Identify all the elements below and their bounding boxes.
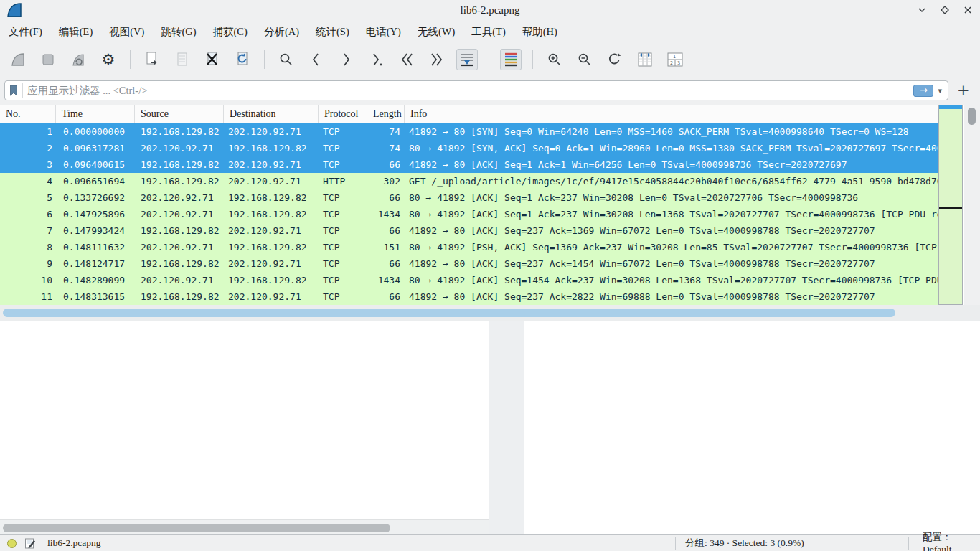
status-profile[interactable]: 配置：Default (923, 531, 980, 551)
cell-dst: 202.120.92.71 (224, 222, 319, 239)
start-capture-button[interactable] (7, 49, 29, 70)
cell-time: 0.148124717 (56, 255, 135, 272)
capture-comment-icon[interactable] (24, 537, 36, 550)
packet-row-11[interactable]: 110.148313615192.168.129.82202.120.92.71… (0, 288, 938, 305)
cell-time: 0.096651694 (56, 173, 135, 189)
menu-item-10[interactable]: 帮助(H) (521, 23, 559, 41)
column-header-source[interactable]: Source (135, 105, 224, 123)
main-toolbar: ⚙ (0, 43, 980, 76)
reload-file-button[interactable] (232, 49, 253, 70)
packet-bytes-pane[interactable] (524, 321, 980, 535)
cell-proto: TCP (319, 255, 367, 272)
vertical-scrollbar-thumb[interactable] (968, 108, 976, 125)
capture-options-button[interactable]: ⚙ (98, 49, 119, 70)
menu-item-5[interactable]: 分析(A) (263, 23, 301, 41)
cell-len: 302 (367, 173, 405, 189)
packet-row-7[interactable]: 70.147993424192.168.129.82202.120.92.71T… (0, 222, 938, 239)
column-header-destination[interactable]: Destination (224, 105, 319, 123)
zoom-out-button[interactable] (574, 49, 595, 70)
expert-info-icon[interactable] (7, 539, 17, 548)
open-file-button[interactable] (141, 49, 163, 70)
go-forward-button[interactable] (336, 49, 357, 70)
packet-row-3[interactable]: 30.096400615192.168.129.82202.120.92.71T… (0, 156, 938, 173)
colorize-toggle[interactable] (500, 49, 522, 70)
zoom-reset-button[interactable] (604, 49, 626, 70)
cell-len: 66 (367, 156, 405, 173)
minimize-button[interactable] (915, 4, 928, 17)
restart-capture-button[interactable] (67, 49, 89, 70)
chevron-left-icon (308, 51, 325, 68)
cell-proto: TCP (319, 123, 367, 140)
packet-list-horizontal-scrollbar[interactable] (0, 305, 980, 321)
cell-len: 1434 (367, 272, 405, 288)
cell-info: 41892 → 80 [ACK] Seq=237 Ack=2822 Win=69… (405, 288, 938, 305)
save-file-button[interactable] (171, 49, 193, 70)
display-filter-field[interactable]: → ▾ (4, 80, 948, 100)
packet-row-4[interactable]: 40.096651694192.168.129.82202.120.92.71H… (0, 173, 938, 189)
close-button[interactable] (961, 4, 974, 17)
last-packet-button[interactable] (426, 49, 448, 70)
go-to-packet-button[interactable] (366, 49, 387, 70)
apply-filter-button[interactable]: → (913, 85, 933, 97)
intelligent-scrollbar-minimap[interactable] (938, 105, 963, 305)
first-packet-button[interactable] (396, 49, 418, 70)
menu-item-9[interactable]: 工具(T) (470, 23, 507, 41)
cell-len: 74 (367, 123, 405, 140)
column-header-protocol[interactable]: Protocol (319, 105, 367, 123)
packet-list-header: No.TimeSourceDestinationProtocolLengthIn… (0, 105, 938, 123)
maximize-button[interactable] (938, 4, 951, 17)
column-header-length[interactable]: Length (367, 105, 405, 123)
cell-dst: 192.168.129.82 (224, 239, 319, 255)
zoom-in-button[interactable] (544, 49, 565, 70)
close-file-button[interactable] (202, 49, 223, 70)
packet-row-6[interactable]: 60.147925896202.120.92.71192.168.129.82T… (0, 206, 938, 222)
cell-no: 1 (0, 123, 56, 140)
cell-src: 192.168.129.82 (135, 255, 224, 272)
add-filter-button[interactable]: + (957, 83, 970, 98)
column-header-time[interactable]: Time (56, 105, 135, 123)
menu-item-2[interactable]: 视图(V) (108, 23, 146, 41)
menu-item-6[interactable]: 统计(S) (314, 23, 351, 41)
go-back-button[interactable] (306, 49, 327, 70)
cell-no: 4 (0, 173, 56, 189)
cell-len: 66 (367, 189, 405, 206)
packet-row-2[interactable]: 20.096317281202.120.92.71192.168.129.82T… (0, 140, 938, 156)
details-scrollbar-thumb[interactable] (3, 524, 390, 532)
horizontal-scrollbar-thumb[interactable] (3, 309, 895, 317)
cell-src: 192.168.129.82 (135, 123, 224, 140)
stop-capture-button[interactable] (37, 49, 59, 70)
menu-item-4[interactable]: 捕获(C) (212, 23, 249, 41)
packet-row-10[interactable]: 100.148289099202.120.92.71192.168.129.82… (0, 272, 938, 288)
cell-src: 192.168.129.82 (135, 222, 224, 239)
packet-list-pane: No.TimeSourceDestinationProtocolLengthIn… (0, 105, 980, 321)
packet-row-1[interactable]: 10.000000000192.168.129.82202.120.92.71T… (0, 123, 938, 140)
cell-info: 80 → 41892 [ACK] Seq=1 Ack=237 Win=30208… (405, 206, 938, 222)
auto-scroll-toggle[interactable] (456, 49, 478, 70)
filter-dropdown-caret-icon[interactable]: ▾ (938, 86, 942, 95)
resize-columns-button[interactable] (634, 49, 656, 70)
cell-src: 202.120.92.71 (135, 272, 224, 288)
menu-item-3[interactable]: 跳转(G) (159, 23, 197, 41)
menu-item-1[interactable]: 编辑(E) (57, 23, 95, 41)
column-header-no[interactable]: No. (0, 105, 56, 123)
cell-no: 5 (0, 189, 56, 206)
display-filter-input[interactable] (27, 85, 913, 97)
find-packet-button[interactable] (275, 49, 297, 70)
packet-row-9[interactable]: 90.148124717192.168.129.82202.120.92.71T… (0, 255, 938, 272)
bookmark-icon[interactable] (8, 84, 19, 97)
cell-proto: TCP (319, 272, 367, 288)
packet-row-8[interactable]: 80.148111632202.120.92.71192.168.129.82T… (0, 239, 938, 255)
details-horizontal-scrollbar[interactable] (0, 519, 489, 535)
cell-len: 66 (367, 288, 405, 305)
packet-list-vertical-scrollbar[interactable] (964, 105, 980, 305)
menu-item-7[interactable]: 电话(Y) (364, 23, 402, 41)
cell-src: 202.120.92.71 (135, 239, 224, 255)
menu-item-0[interactable]: 文件(F) (7, 23, 44, 41)
layout-panes-button[interactable]: 1 2 3 (664, 49, 686, 70)
packet-details-pane[interactable] (0, 321, 489, 519)
column-header-info[interactable]: Info (405, 105, 938, 123)
cell-proto: HTTP (319, 173, 367, 189)
menu-item-8[interactable]: 无线(W) (416, 23, 456, 41)
cell-no: 8 (0, 239, 56, 255)
packet-row-5[interactable]: 50.133726692202.120.92.71192.168.129.82T… (0, 189, 938, 206)
